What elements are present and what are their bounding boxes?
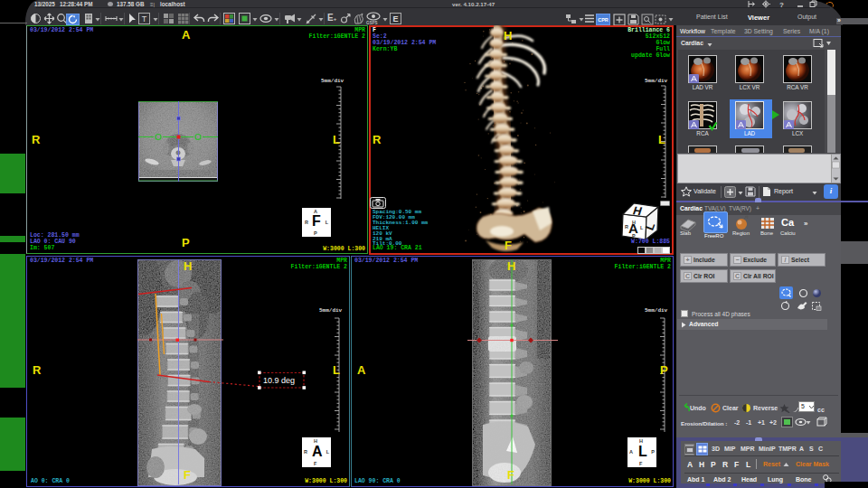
svg-text:?: ?: [779, 1, 784, 8]
svg-text:R: R: [625, 224, 628, 230]
svg-text:10.9 deg: 10.9 deg: [263, 376, 295, 385]
svg-text:H: H: [632, 220, 636, 225]
